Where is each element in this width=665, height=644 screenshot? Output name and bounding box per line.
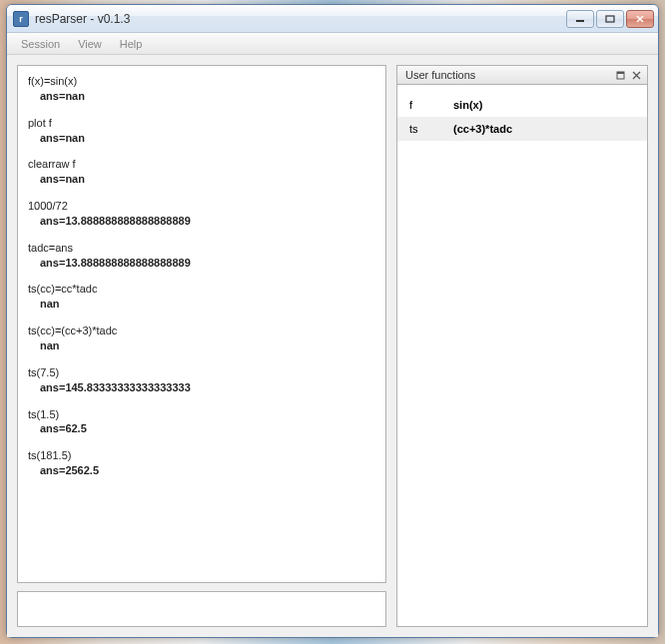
console-command: tadc=ans — [28, 241, 375, 256]
console-command: f(x)=sin(x) — [28, 74, 375, 89]
console-command: plot f — [28, 116, 375, 131]
close-icon — [635, 15, 645, 23]
minimize-icon — [575, 15, 585, 23]
console-result: nan — [28, 297, 375, 312]
console-entry: plot fans=nan — [28, 116, 375, 146]
console-entry: ts(cc)=(cc+3)*tadcnan — [28, 323, 375, 353]
window-title: resParser - v0.1.3 — [35, 12, 566, 26]
user-functions-list: fsin(x)ts(cc+3)*tadc — [396, 85, 648, 627]
undock-icon — [616, 71, 625, 80]
menu-session[interactable]: Session — [13, 36, 68, 52]
menu-view[interactable]: View — [70, 36, 110, 52]
function-row[interactable]: fsin(x) — [397, 93, 647, 117]
console-command: ts(7.5) — [28, 365, 375, 380]
console-entry: clearraw fans=nan — [28, 157, 375, 187]
menu-help[interactable]: Help — [112, 36, 151, 52]
content-area: f(x)=sin(x)ans=nanplot fans=nanclearraw … — [7, 55, 658, 637]
console-entry: ts(7.5)ans=145.83333333333333333 — [28, 365, 375, 395]
svg-rect-5 — [617, 72, 624, 74]
svg-rect-1 — [606, 16, 614, 22]
console-command: ts(cc)=(cc+3)*tadc — [28, 323, 375, 338]
console-result: ans=nan — [28, 131, 375, 146]
console-command: ts(cc)=cc*tadc — [28, 282, 375, 297]
console-result: ans=145.83333333333333333 — [28, 380, 375, 395]
close-button[interactable] — [626, 10, 654, 28]
console-entry: 1000/72ans=13.888888888888888889 — [28, 199, 375, 229]
app-window: r resParser - v0.1.3 Session View Help f… — [6, 4, 659, 638]
minimize-button[interactable] — [566, 10, 594, 28]
console-result: ans=13.888888888888888889 — [28, 256, 375, 271]
console-entry: ts(1.5)ans=62.5 — [28, 407, 375, 437]
console-command: clearraw f — [28, 157, 375, 172]
menubar: Session View Help — [7, 33, 658, 55]
function-row[interactable]: ts(cc+3)*tadc — [397, 117, 647, 141]
user-functions-header[interactable]: User functions — [396, 65, 648, 85]
function-name: f — [409, 99, 453, 111]
function-definition: sin(x) — [453, 99, 635, 111]
input-area — [17, 591, 386, 627]
console-command: ts(1.5) — [28, 407, 375, 422]
console-result: ans=62.5 — [28, 421, 375, 436]
maximize-icon — [605, 15, 615, 23]
console-entry: ts(181.5)ans=2562.5 — [28, 448, 375, 478]
titlebar[interactable]: r resParser - v0.1.3 — [7, 5, 658, 33]
window-controls — [566, 10, 654, 28]
console-result: ans=nan — [28, 172, 375, 187]
console-output[interactable]: f(x)=sin(x)ans=nanplot fans=nanclearraw … — [17, 65, 386, 583]
console-result: nan — [28, 338, 375, 353]
function-name: ts — [409, 123, 453, 135]
console-command: 1000/72 — [28, 199, 375, 214]
panel-close-icon — [632, 71, 641, 80]
console-entry: f(x)=sin(x)ans=nan — [28, 74, 375, 104]
right-panel: User functions fsin(x)ts(cc+3)*tadc — [396, 65, 648, 627]
left-panel: f(x)=sin(x)ans=nanplot fans=nanclearraw … — [17, 65, 386, 627]
console-result: ans=13.888888888888888889 — [28, 214, 375, 229]
function-definition: (cc+3)*tadc — [453, 123, 635, 135]
console-entry: ts(cc)=cc*tadcnan — [28, 282, 375, 312]
console-entry: tadc=ansans=13.888888888888888889 — [28, 241, 375, 271]
console-command: ts(181.5) — [28, 448, 375, 463]
console-result: ans=nan — [28, 89, 375, 104]
console-result: ans=2562.5 — [28, 463, 375, 478]
panel-close-button[interactable] — [629, 68, 643, 82]
user-functions-title: User functions — [405, 69, 611, 81]
undock-button[interactable] — [613, 68, 627, 82]
app-icon: r — [13, 11, 29, 27]
command-input[interactable] — [18, 592, 385, 626]
maximize-button[interactable] — [596, 10, 624, 28]
